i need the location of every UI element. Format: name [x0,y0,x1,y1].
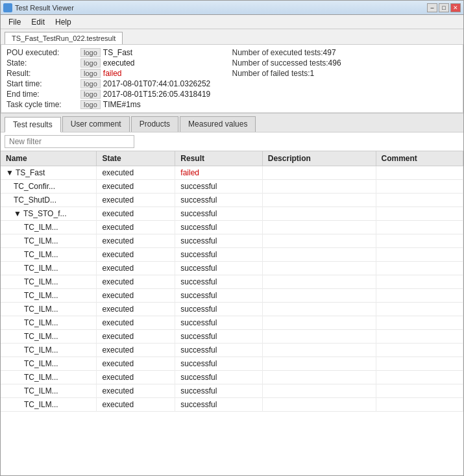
table-row: TC_ILM...executedsuccessful [1,289,463,303]
cell-description [262,289,376,303]
table-row: ▼ TS_STO_f...executedsuccessful [1,207,463,221]
menu-help[interactable]: Help [50,16,77,28]
info-value-cycle: TIME#1ms [103,100,141,109]
cell-state: executed [97,344,175,357]
cell-result: successful [175,180,262,194]
cell-result: successful [175,371,262,384]
minimize-button[interactable]: – [427,3,437,12]
cell-state: executed [97,371,175,384]
cell-description [262,371,376,384]
cell-comment [376,180,463,194]
close-button[interactable]: ✕ [450,3,461,12]
table-row: TC_ILM...executedsuccessful [1,330,463,344]
cell-comment [376,207,463,221]
cell-result: failed [175,166,262,180]
col-header-name: Name [1,151,97,166]
title-bar-left: Test Result Viewer [3,3,74,12]
table-row: TC_ILM...executedsuccessful [1,221,463,234]
info-value-failed: 1 [310,69,315,78]
cell-state: executed [97,316,175,330]
info-section: POU executed: logo TS_Fast State: logo e… [1,44,463,113]
cell-name: TC_ILM... [1,234,97,248]
cell-comment [376,262,463,275]
cell-comment [376,316,463,330]
file-tab[interactable]: TS_Fast_TestRun_022.testresult [5,32,123,44]
cell-name: TC_ILM... [1,289,97,303]
cycle-badge: logo [80,100,101,109]
filter-bar [1,132,463,151]
cell-result: successful [175,234,262,248]
cell-description [262,166,376,180]
cell-comment [376,248,463,262]
cell-state: executed [97,303,175,316]
table-row: TC_ILM...executedsuccessful [1,357,463,371]
info-value-pou: TS_Fast [103,48,132,57]
cell-state: executed [97,180,175,194]
table-row: TC_ILM...executedsuccessful [1,398,463,412]
cell-name: TC_ILM... [1,275,97,289]
cell-description [262,180,376,194]
cell-description [262,316,376,330]
cell-result: successful [175,384,262,398]
cell-result: successful [175,303,262,316]
cell-result: successful [175,357,262,371]
cell-name: TC_ILM... [1,330,97,344]
table-row: ▼ TS_Fastexecutedfailed [1,166,463,180]
cell-comment [376,344,463,357]
info-label-pou: POU executed: [6,48,78,57]
col-header-description: Description [262,151,376,166]
cell-state: executed [97,330,175,344]
table-row: TC_ILM...executedsuccessful [1,384,463,398]
table-row: TC_ILM...executedsuccessful [1,371,463,384]
tab-products[interactable]: Products [131,116,178,132]
cell-description [262,207,376,221]
info-row-state: State: logo executed [6,58,232,68]
cell-name: TC_ILM... [1,221,97,234]
cell-comment [376,194,463,207]
filter-input[interactable] [5,135,134,148]
table-row: TC_ILM...executedsuccessful [1,316,463,330]
tab-measured-values[interactable]: Measured values [180,116,256,132]
cell-description [262,330,376,344]
cell-comment [376,221,463,234]
state-badge: logo [80,58,101,68]
cell-description [262,344,376,357]
app-icon [3,3,12,12]
cell-result: successful [175,344,262,357]
tab-test-results[interactable]: Test results [5,117,61,132]
main-window: Test Result Viewer – □ ✕ File Edit Help … [0,0,464,476]
info-row-result: Result: logo failed [6,68,232,79]
info-label-exec: Number of executed tests: [232,48,323,57]
cell-result: successful [175,262,262,275]
info-row-pou: POU executed: logo TS_Fast [6,47,232,58]
cell-result: successful [175,289,262,303]
cell-comment [376,275,463,289]
cell-comment [376,289,463,303]
maximize-button[interactable]: □ [439,3,449,12]
info-row-end: End time: logo 2017-08-01T15:26:05.43184… [6,89,232,99]
results-table: Name State Result Description Comment ▼ … [1,151,463,412]
info-label-start: Start time: [6,79,78,88]
info-label-cycle: Task cycle time: [6,100,78,109]
table-row: TC_ILM...executedsuccessful [1,344,463,357]
cell-result: successful [175,194,262,207]
cell-result: successful [175,330,262,344]
tab-user-comment[interactable]: User comment [62,116,130,132]
cell-state: executed [97,221,175,234]
cell-comment [376,166,463,180]
cell-description [262,398,376,412]
cell-state: executed [97,384,175,398]
cell-result: successful [175,221,262,234]
cell-state: executed [97,194,175,207]
menu-file[interactable]: File [3,16,26,28]
menu-edit[interactable]: Edit [26,16,50,28]
info-label-state: State: [6,58,78,68]
cell-name: ▼ TS_Fast [1,166,97,180]
info-row-start: Start time: logo 2017-08-01T07:44:01.032… [6,79,232,89]
cell-comment [376,384,463,398]
info-left: POU executed: logo TS_Fast State: logo e… [6,47,232,110]
cell-comment [376,398,463,412]
cell-name: ▼ TS_STO_f... [1,207,97,221]
results-table-container[interactable]: Name State Result Description Comment ▼ … [1,151,463,475]
cell-name: TC_ILM... [1,384,97,398]
